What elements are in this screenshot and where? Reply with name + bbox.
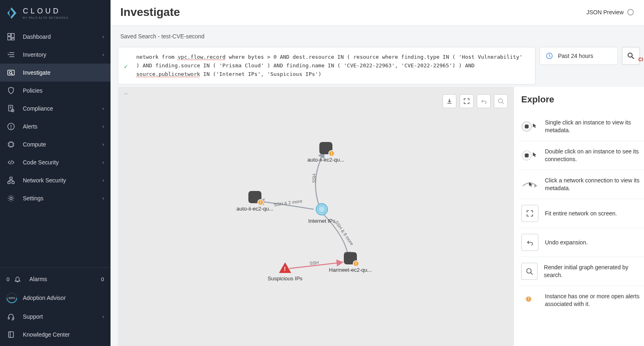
time-range-picker[interactable]: Past 24 hours — [540, 47, 618, 65]
graph-node[interactable]: ! auto-ii-ec2-qu... — [230, 191, 279, 212]
alarms-count-right: 0 — [101, 276, 104, 282]
chevron-right-icon: › — [102, 195, 104, 201]
instance-alert-icon: ! — [521, 292, 538, 309]
search-button[interactable] — [622, 47, 640, 65]
explore-tip-fit[interactable]: Fit entire network on screen. — [520, 199, 644, 228]
brand-name: CLOUD — [23, 7, 69, 16]
main-header: Investigate JSON Preview — [111, 0, 644, 26]
explore-panel: Explore Single click an instance to view… — [513, 87, 644, 346]
sidebar-item-dashboard[interactable]: Dashboard › — [0, 28, 111, 46]
chevron-right-icon: › — [102, 314, 104, 319]
sidebar-item-label: Inventory — [23, 51, 102, 58]
main: Investigate JSON Preview Cl Saved Search… — [111, 0, 644, 346]
connection-click-icon — [521, 176, 538, 193]
logo: CLOUD BY PALO ALTO NETWORKS — [0, 0, 111, 25]
code-security-icon — [7, 158, 15, 167]
render-initial-icon — [521, 263, 538, 280]
svg-rect-0 — [8, 33, 11, 36]
query-input[interactable]: ✓ network from vpc.flow.record where byt… — [118, 47, 536, 84]
chevron-right-icon: › — [102, 34, 104, 40]
sidebar-item-label: Code Security — [23, 159, 102, 166]
chevron-right-icon: › — [102, 142, 104, 147]
download-button[interactable] — [443, 94, 456, 108]
sidebar-item-label: Dashboard — [23, 33, 102, 40]
graph-canvas[interactable]: SSH SSH & 2 more SSH & 8 more SSH ! auto… — [118, 87, 513, 346]
explore-tip-undo[interactable]: Undo expansion. — [520, 228, 644, 257]
investigate-icon — [7, 68, 15, 77]
sidebar-item-compute[interactable]: Compute › — [0, 135, 111, 153]
svg-line-10 — [11, 73, 13, 75]
svg-rect-47 — [525, 125, 529, 129]
compute-icon — [7, 140, 15, 149]
sidebar-item-inventory[interactable]: Inventory › — [0, 46, 111, 64]
sidebar-item-knowledge[interactable]: Knowledge Center — [0, 326, 111, 344]
undo-icon — [521, 234, 538, 251]
sidebar-item-code-security[interactable]: Code Security › — [0, 153, 111, 171]
sidebar-item-label: Network Security — [23, 177, 102, 184]
sidebar-bottom: 0 Alarms 0 68% Adoption Advisor Support … — [0, 267, 111, 346]
fit-screen-icon — [521, 205, 538, 222]
fullscreen-button[interactable] — [460, 94, 474, 108]
undo-button[interactable] — [477, 94, 491, 108]
graph-node-internet[interactable]: Internet IPs — [305, 203, 338, 224]
reset-zoom-button[interactable] — [494, 94, 508, 108]
clock-icon — [546, 52, 553, 60]
svg-rect-8 — [8, 70, 14, 75]
svg-rect-28 — [10, 177, 12, 179]
svg-rect-29 — [8, 182, 10, 184]
sidebar-item-label: Settings — [23, 195, 102, 202]
edge-label: SSH — [312, 174, 316, 183]
chevron-right-icon: › — [102, 160, 104, 165]
sidebar-item-label: Investigate — [23, 69, 104, 76]
sidebar-item-network-security[interactable]: Network Security › — [0, 171, 111, 189]
sidebar-item-alerts[interactable]: Alerts › — [0, 118, 111, 135]
single-click-icon — [521, 118, 538, 135]
sidebar-item-policies[interactable]: Policies — [0, 82, 111, 100]
graph-node-suspicious[interactable]: Suspicious IPs — [265, 262, 305, 282]
sidebar-item-label: Policies — [23, 87, 104, 94]
svg-point-17 — [11, 128, 11, 129]
svg-point-40 — [628, 9, 633, 15]
headset-icon — [7, 312, 15, 321]
gauge-icon: 68% — [7, 293, 17, 303]
svg-rect-37 — [13, 317, 14, 319]
json-preview-toggle[interactable]: JSON Preview — [586, 9, 634, 16]
alarms-count-left: 0 — [7, 276, 11, 282]
brand-tagline: BY PALO ALTO NETWORKS — [23, 16, 69, 19]
svg-point-51 — [527, 269, 531, 273]
policies-icon — [7, 86, 15, 95]
svg-rect-38 — [9, 332, 13, 337]
explore-title: Explore — [521, 94, 644, 105]
svg-rect-49 — [525, 154, 529, 158]
edge-label: SSH — [309, 260, 319, 266]
sidebar-item-adoption[interactable]: 68% Adoption Advisor — [0, 288, 111, 308]
explore-tip: Single click an instance to view its met… — [520, 112, 644, 141]
toggle-icon — [627, 9, 634, 16]
content: Cl Saved Search - test-CVE-second ✓ netw… — [111, 26, 644, 346]
graph-node[interactable]: ! Harmeet-ec2-qu... — [326, 252, 375, 273]
dashboard-icon — [7, 32, 15, 41]
chevron-right-icon: › — [102, 52, 104, 58]
settings-icon — [7, 194, 15, 203]
main-nav: Dashboard › Inventory › Investigate Poli… — [0, 25, 111, 267]
sidebar-item-alarms[interactable]: 0 Alarms 0 — [0, 270, 111, 288]
bell-icon — [13, 275, 22, 284]
graph-area: ︿ — [118, 87, 644, 346]
svg-line-45 — [502, 102, 504, 104]
explore-tip-reset[interactable]: Render initial graph generated by search… — [520, 257, 644, 286]
sidebar-item-investigate[interactable]: Investigate — [0, 64, 111, 82]
compliance-icon — [7, 104, 15, 113]
sidebar-item-compliance[interactable]: Compliance › — [0, 100, 111, 118]
graph-node[interactable]: ! auto-ii-ec2-qu... — [305, 142, 346, 163]
sidebar-item-support[interactable]: Support › — [0, 308, 111, 326]
search-icon — [627, 52, 635, 60]
svg-rect-2 — [8, 37, 11, 40]
support-label: Support — [23, 313, 43, 320]
sidebar-item-settings[interactable]: Settings › — [0, 189, 111, 207]
svg-rect-18 — [9, 142, 13, 146]
book-icon — [7, 330, 15, 339]
explore-tip-legend: ! Instance has one or more open alerts a… — [520, 286, 644, 315]
svg-point-44 — [498, 99, 502, 103]
network-security-icon — [7, 176, 15, 185]
svg-point-42 — [628, 53, 632, 57]
